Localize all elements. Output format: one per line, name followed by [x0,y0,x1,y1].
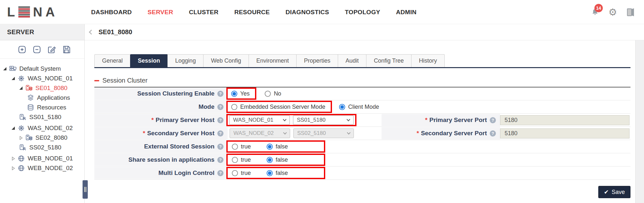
tab-session[interactable]: Session [130,54,168,67]
highlight-box: true false [226,167,325,179]
help-icon[interactable]: ? [217,130,223,137]
radio-button-selected[interactable] [267,157,273,163]
radio-button[interactable] [232,144,238,150]
field-value: 5180 [500,127,630,139]
primary-host-server-select[interactable]: SS01_5180 [293,115,354,125]
radio-embedded-session-server-mode[interactable]: Embedded Session Server Mode [231,104,325,110]
tab-history[interactable]: History [411,54,445,67]
radio-false[interactable]: false [267,143,288,150]
collapse-toggle-icon[interactable] [19,86,25,90]
radio-true[interactable]: true [232,157,251,163]
tree-node-se02-8080[interactable]: SE02_8080 [0,133,84,143]
radio-no[interactable]: No [265,90,281,97]
notifications-bell-icon[interactable]: 14 [591,8,600,17]
tab-web-config[interactable]: Web Config [203,54,249,67]
save-tree-button[interactable] [62,45,71,54]
nav-server[interactable]: SERVER [147,9,173,16]
radio-button-selected[interactable] [267,144,273,150]
tree-node-label: SE02_8080 [35,134,67,141]
tab-environment[interactable]: Environment [249,54,297,67]
engine-icon [25,134,33,141]
expand-toggle-icon[interactable] [12,166,18,170]
primary-host-node-select[interactable]: WAS_NODE_01 [229,115,290,125]
tree-node-was-node-01[interactable]: WAS_NODE_01 [0,74,84,83]
tree-node-label: WAS_NODE_02 [28,125,73,132]
radio-button-selected[interactable] [267,170,273,176]
collapse-toggle-icon[interactable] [12,126,18,130]
sub-header: SERVER SE01_8080 [0,24,644,40]
radio-button[interactable] [232,157,238,163]
settings-gear-icon[interactable]: ⚙ [608,8,617,17]
tree-node-default-system[interactable]: Default System [0,64,84,74]
collapse-toggle-icon[interactable] [3,66,9,71]
nav-cluster[interactable]: CLUSTER [189,9,219,16]
tab-properties[interactable]: Properties [296,54,338,67]
highlight-box: Yes [226,87,256,100]
logo-letter: L [7,5,15,19]
help-icon[interactable]: ? [217,144,223,150]
chevron-down-icon [346,117,350,121]
tree-toolbar [0,40,84,59]
radio-button[interactable] [231,104,237,110]
nav-admin[interactable]: ADMIN [396,9,417,16]
collapse-panel-chevron-icon[interactable] [89,30,94,35]
nav-diagnostics[interactable]: DIAGNOSTICS [286,9,329,16]
tree-node-web-node-01[interactable]: WEB_NODE_01 [0,154,84,163]
remove-button[interactable] [33,45,41,54]
lena-logo[interactable]: L N A [7,5,55,19]
tree-node-ss02-5180[interactable]: SS02_5180 [0,143,84,152]
radio-false[interactable]: false [267,170,288,177]
tab-config-tree[interactable]: Config Tree [366,54,412,67]
session-cluster-form: Session Clustering Enable ? Yes No [94,87,630,179]
help-icon[interactable]: ? [217,157,223,163]
check-icon: ✔ [604,188,609,196]
secondary-host-node-select: WAS_NODE_02 [230,128,290,138]
panel-resize-handle[interactable] [82,180,88,199]
field-value: true false [228,140,630,153]
add-button[interactable] [18,45,26,54]
page-title: SE01_8080 [99,28,132,36]
save-button[interactable]: ✔ Save [598,186,630,198]
nav-resource[interactable]: RESOURCE [234,9,270,16]
radio-button-selected[interactable] [339,104,345,110]
tree-node-applications[interactable]: Applications [0,93,84,103]
help-icon[interactable]: ? [490,130,496,137]
radio-button[interactable] [232,170,238,176]
radio-yes[interactable]: Yes [231,90,250,97]
expand-toggle-icon[interactable] [12,156,18,161]
nav-dashboard[interactable]: DASHBOARD [91,9,132,16]
field-label: * Secondary Server Port ? [382,127,500,139]
tree-node-was-node-02[interactable]: WAS_NODE_02 [0,123,84,133]
help-icon[interactable]: ? [490,117,496,123]
tab-general[interactable]: General [94,54,130,67]
tree-node-web-node-02[interactable]: WEB_NODE_02 [0,163,84,173]
radio-button-selected[interactable] [231,91,237,97]
radio-button[interactable] [265,91,271,97]
tab-logging[interactable]: Logging [167,54,204,67]
help-icon[interactable]: ? [217,170,223,176]
tree-node-resources[interactable]: Resources [0,103,84,112]
collapse-toggle-icon[interactable] [12,76,18,81]
help-icon[interactable]: ? [217,117,223,123]
field-label: Mode ? [94,101,228,113]
nav-topology[interactable]: TOPOLOGY [345,9,380,16]
tree-node-label: Resources [37,104,66,111]
radio-true[interactable]: true [232,143,251,150]
tree-node-ss01-5180[interactable]: SS01_5180 [0,112,84,122]
radio-false[interactable]: false [267,157,288,163]
scrollbar-gutter[interactable] [635,40,644,203]
radio-client-mode[interactable]: Client Mode [339,104,379,110]
required-marker: * [417,130,419,137]
breadcrumb: SE01_8080 [85,24,644,40]
form-row-external-stored-session: External Stored Session ? true false [94,140,630,153]
form-row-share-session: Share session in applications ? true fal… [94,154,630,166]
tab-audit[interactable]: Audit [338,54,366,67]
help-icon[interactable]: ? [217,104,223,110]
tree-node-se01-8080[interactable]: SE01_8080 [0,83,84,93]
field-label: * Primary Server Port ? [382,114,500,126]
edit-button[interactable] [47,45,56,54]
expand-toggle-icon[interactable] [19,136,25,140]
radio-true[interactable]: true [232,170,251,177]
logout-door-icon[interactable] [626,8,635,17]
help-icon[interactable]: ? [217,91,223,97]
